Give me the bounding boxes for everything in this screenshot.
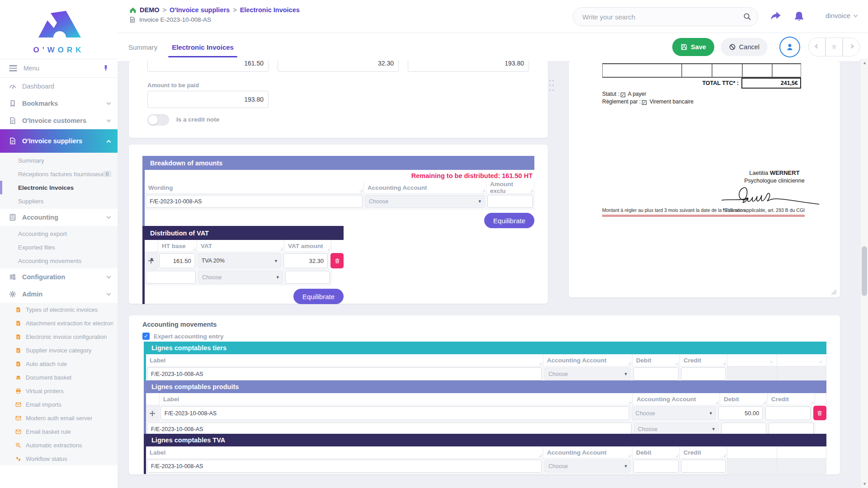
column-resize-handle[interactable] [722, 361, 726, 365]
accounting-account-select[interactable]: Choose▾ [365, 195, 485, 208]
column-resize-handle[interactable] [279, 247, 283, 251]
column-resize-handle[interactable] [538, 453, 542, 457]
app-logo[interactable]: O'WORK [0, 0, 118, 59]
record-list-button[interactable]: ≡ [826, 38, 843, 56]
accounting-account-select[interactable]: Choose▾ [544, 367, 631, 380]
sidebar-item-document-basket[interactable]: Document basket [0, 371, 118, 384]
sidebar-item-oinvoice-customers[interactable]: O'Invoice customers [0, 112, 118, 129]
sidebar-item-accounting-export[interactable]: Accounting export [0, 227, 118, 240]
column-resize-handle[interactable] [627, 400, 632, 404]
sidebar-item-exported-files[interactable]: Exported files [0, 240, 118, 254]
credit-input[interactable] [681, 460, 726, 473]
breadcrumb-suppliers[interactable]: O'Invoice suppliers [170, 6, 230, 14]
sidebar-item-electronic-invoice-configuration[interactable]: Electronic invoice configuration [0, 330, 118, 343]
sidebar-item-accounting[interactable]: Accounting [0, 209, 118, 226]
column-resize-handle[interactable] [762, 400, 766, 404]
delete-vat-row-button[interactable] [330, 253, 344, 268]
column-resize-handle[interactable] [675, 361, 679, 365]
column-resize-handle[interactable] [538, 361, 542, 365]
ht-base-input[interactable] [146, 271, 196, 284]
sidebar-item-summary[interactable]: Summary [0, 154, 118, 167]
sidebar-item-workflow-status[interactable]: Workflow status [0, 452, 118, 465]
equilibrate-vat-button[interactable]: Equilibrate [293, 289, 344, 304]
sidebar-item-suppliers[interactable]: Suppliers [0, 194, 118, 208]
label-input[interactable] [147, 367, 542, 380]
save-button[interactable]: Save [672, 38, 714, 56]
column-resize-handle[interactable] [481, 188, 485, 192]
previous-record-button[interactable] [808, 38, 826, 56]
sidebar-item-auto-attach-rule[interactable]: Auto attach rule [0, 357, 118, 371]
vat-amount-input[interactable] [285, 271, 330, 284]
amount-incl-tax-input[interactable] [408, 61, 529, 72]
row-drag-handle[interactable] [145, 252, 158, 270]
credit-note-toggle[interactable] [147, 114, 169, 126]
row-drag-handle[interactable] [146, 405, 160, 422]
search-icon[interactable] [743, 13, 751, 21]
sidebar-item-virtual-printers[interactable]: Virtual printers [0, 384, 118, 398]
column-resize-handle[interactable] [627, 453, 631, 457]
sidebar-item-configuration[interactable]: Configuration [0, 268, 118, 286]
sidebar-item-dashboard[interactable]: Dashboard [0, 78, 118, 95]
breadcrumb-home[interactable]: DEMO [140, 6, 160, 14]
panel-resize-handle[interactable] [549, 80, 554, 93]
sidebar-item-oinvoice-suppliers[interactable]: O'Invoice suppliers [0, 129, 118, 153]
tab-summary[interactable]: Summary [121, 33, 165, 61]
next-record-button[interactable] [843, 38, 860, 56]
preview-resize-corner[interactable] [831, 289, 836, 295]
vat-rate-select[interactable]: TVA 20%▾ [198, 253, 282, 268]
column-resize-handle[interactable] [359, 188, 363, 192]
expert-accounting-checkbox[interactable]: ✓ [142, 333, 150, 340]
sidebar-item-email-basket-rule[interactable]: Email basket rule [0, 425, 118, 438]
debit-input[interactable] [633, 367, 679, 380]
share-button[interactable] [770, 11, 782, 22]
scrollbar-thumb[interactable] [862, 246, 867, 296]
sidebar-item-email-imports[interactable]: Email imports [0, 398, 118, 411]
scroll-down-arrow[interactable]: ▼ [861, 482, 868, 486]
column-resize-handle[interactable] [715, 400, 719, 404]
profile-button[interactable] [779, 37, 800, 57]
column-resize-handle[interactable] [192, 247, 196, 251]
sidebar-item-modern-auth-email-server[interactable]: Modern auth email server [0, 411, 118, 425]
amount-excl-tax-input[interactable] [147, 61, 269, 72]
user-menu[interactable]: dinvoice [826, 12, 857, 19]
search-input[interactable] [582, 13, 743, 21]
sidebar-item-types-electronic-invoices[interactable]: Types of electronic invoices [0, 303, 118, 316]
breadcrumb-electronic-invoices[interactable]: Electronic Invoices [240, 6, 300, 14]
label-input[interactable] [160, 406, 629, 420]
menu-toggle[interactable]: Menu [0, 59, 118, 78]
column-resize-handle[interactable] [675, 453, 679, 457]
label-input[interactable] [147, 460, 542, 473]
sidebar-item-admin[interactable]: Admin [0, 286, 118, 303]
column-resize-handle[interactable] [326, 247, 330, 251]
credit-input[interactable] [681, 367, 726, 380]
vat-amount-input[interactable] [283, 253, 328, 268]
column-resize-handle[interactable] [722, 453, 726, 457]
sidebar-item-automatic-extractions[interactable]: Automatic extractions [0, 438, 118, 452]
cancel-button[interactable]: Cancel [721, 38, 768, 56]
amount-to-be-paid-input[interactable] [147, 91, 269, 108]
equilibrate-breakdown-button[interactable]: Equilibrate [484, 213, 534, 228]
debit-input[interactable] [633, 460, 679, 473]
wording-input[interactable] [146, 195, 363, 208]
pin-icon[interactable] [102, 65, 109, 72]
vat-amount-input[interactable] [278, 61, 399, 72]
debit-input[interactable] [718, 406, 764, 420]
accounting-account-select[interactable]: Choose▾ [632, 406, 716, 420]
sidebar-item-electronic-invoices[interactable]: Electronic Invoices [0, 181, 118, 194]
sidebar-item-accounting-movements[interactable]: Accounting movements [0, 254, 118, 267]
sidebar-item-receptions-factures[interactable]: Réceptions factures fournisseurs 0 [0, 167, 118, 181]
notifications-button[interactable] [793, 11, 805, 22]
sidebar-item-attachment-extraction[interactable]: Attachment extraction for electron [0, 316, 118, 330]
column-resize-handle[interactable] [810, 400, 814, 404]
tab-electronic-invoices[interactable]: Electronic Invoices [165, 33, 241, 61]
column-resize-handle[interactable] [627, 361, 631, 365]
scroll-up-arrow[interactable]: ▲ [861, 61, 868, 65]
accounting-account-select[interactable]: Choose▾ [544, 460, 631, 473]
sidebar-item-bookmarks[interactable]: Bookmarks [0, 95, 118, 112]
home-icon[interactable] [129, 7, 137, 14]
amount-excl-input[interactable] [487, 195, 533, 208]
ht-base-input[interactable] [159, 253, 195, 268]
vat-rate-select[interactable]: Choose▾ [198, 271, 283, 284]
delete-produit-row-button[interactable] [813, 406, 826, 420]
page-scrollbar[interactable]: ▲ ▼ [860, 59, 868, 488]
